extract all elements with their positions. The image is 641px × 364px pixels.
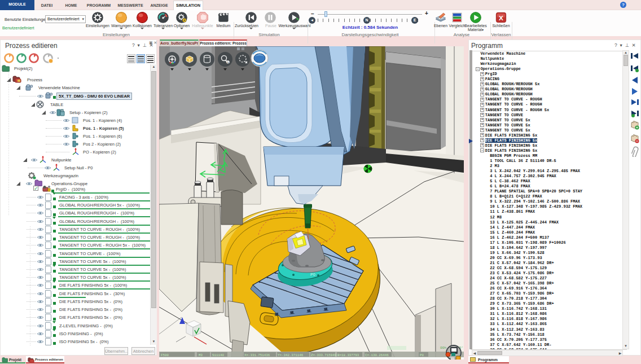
svg-text:F500: F500 [161,353,169,357]
svg-text:S11140: S11140 [212,353,224,357]
svg-text:P0: P0 [310,273,315,277]
svg-text:P0: P0 [420,353,424,357]
svg-text:Z=-333.715949: Z=-333.715949 [311,353,337,357]
svg-text:N: N [227,61,229,64]
svg-text:X=-331.751436: X=-331.751436 [244,353,270,357]
svg-text:C=-130.26446: C=-130.26446 [365,353,389,357]
svg-text:M3: M3 [199,353,203,357]
svg-text:X: X [499,14,503,21]
svg-text:Y=-342.371146: Y=-342.371146 [278,353,304,357]
svg-text:B=18.337793: B=18.337793 [337,353,359,357]
